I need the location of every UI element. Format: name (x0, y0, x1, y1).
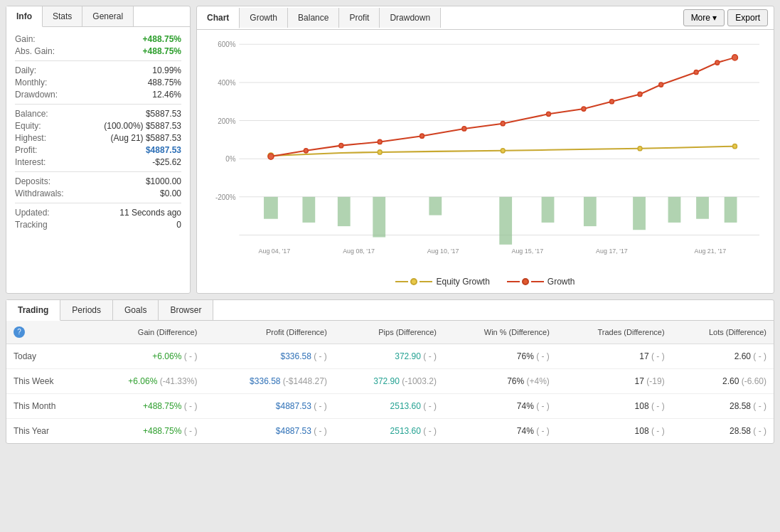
svg-rect-19 (338, 197, 351, 226)
svg-rect-25 (633, 197, 646, 230)
tab-profit[interactable]: Profit (339, 8, 380, 28)
tab-info[interactable]: Info (6, 6, 43, 27)
highest-amount: $5887.53 (146, 133, 181, 143)
growth-legend: Growth (507, 277, 575, 287)
deposits-value: $1000.00 (146, 176, 181, 186)
svg-rect-28 (725, 197, 737, 223)
tab-growth[interactable]: Growth (240, 8, 288, 28)
svg-text:Aug 10, '17: Aug 10, '17 (427, 248, 459, 255)
equity-label: Equity: (15, 121, 41, 131)
monthly-row: Monthly: 488.75% (15, 78, 181, 87)
cell-gain: +6.06% ( - ) (86, 344, 204, 369)
svg-point-37 (378, 139, 382, 144)
svg-text:600%: 600% (218, 41, 235, 48)
daily-value: 10.99% (152, 65, 181, 75)
svg-text:Aug 08, '17: Aug 08, '17 (343, 248, 375, 255)
col-profit: Profit (Difference) (204, 321, 333, 344)
cell-period: This Month (6, 394, 86, 419)
chart-area: 600% 400% 200% 0% -200% Aug 04, '17 Aug … (197, 30, 774, 293)
cell-win: 74% ( - ) (444, 419, 557, 444)
info-icon[interactable]: ? (14, 326, 25, 338)
svg-text:Aug 15, '17: Aug 15, '17 (511, 248, 543, 255)
tab-goals[interactable]: Goals (113, 300, 159, 320)
drawdown-row: Drawdown: 12.46% (15, 90, 181, 100)
monthly-value: 488.75% (148, 78, 181, 87)
table-row: This Week +6.06% (-41.33%) $336.58 (-$14… (6, 369, 774, 394)
tab-balance[interactable]: Balance (288, 8, 339, 28)
balance-row: Balance: $5887.53 (15, 109, 181, 119)
tab-trading[interactable]: Trading (6, 300, 60, 321)
svg-point-35 (304, 149, 308, 153)
cell-gain: +6.06% (-41.33%) (86, 369, 204, 394)
tracking-row: Tracking 0 (15, 220, 181, 230)
growth-label: Growth (547, 277, 575, 287)
highest-row: Highest: (Aug 21) $5887.53 (15, 133, 181, 143)
svg-point-48 (732, 55, 738, 60)
balance-label: Balance: (15, 109, 48, 119)
chart-actions: More Export (678, 6, 774, 29)
cell-period: This Week (6, 369, 86, 394)
profit-row: Profit: $4887.53 (15, 145, 181, 155)
equity-row: Equity: (100.00%) $5887.53 (15, 121, 181, 131)
tab-general[interactable]: General (82, 6, 134, 26)
drawdown-value: 12.46% (152, 90, 181, 100)
more-button[interactable]: More (683, 9, 725, 26)
svg-rect-21 (429, 197, 442, 216)
abs-gain-label: Abs. Gain: (15, 46, 55, 56)
cell-trades: 17 ( - ) (557, 344, 672, 369)
svg-point-40 (501, 122, 505, 126)
cell-pips: 2513.60 ( - ) (334, 419, 444, 444)
svg-point-46 (694, 70, 698, 74)
cell-profit: $336.58 (-$1448.27) (204, 369, 333, 394)
updated-row: Updated: 11 Seconds ago (15, 208, 181, 218)
svg-text:Aug 17, '17: Aug 17, '17 (596, 248, 628, 255)
tab-stats[interactable]: Stats (43, 6, 82, 26)
svg-point-42 (582, 107, 586, 111)
cell-pips: 372.90 (-1003.2) (334, 369, 444, 394)
svg-point-41 (547, 112, 551, 116)
svg-rect-17 (264, 197, 278, 219)
chart-tabs: Chart Growth Balance Profit Drawdown (197, 8, 678, 28)
highest-label: Highest: (15, 133, 46, 143)
equity-growth-legend: Equity Growth (395, 277, 489, 287)
svg-point-36 (339, 144, 343, 148)
col-gain: Gain (Difference) (86, 321, 204, 344)
daily-label: Daily: (15, 65, 36, 75)
svg-point-34 (268, 154, 274, 159)
col-lots: Lots (Difference) (672, 321, 774, 344)
equity-pct: (100.00%) (104, 121, 143, 131)
balance-value: $5887.53 (146, 109, 181, 119)
svg-point-30 (378, 150, 382, 154)
cell-win: 76% (+4%) (444, 369, 557, 394)
svg-text:Aug 21, '17: Aug 21, '17 (695, 248, 727, 255)
tab-drawdown[interactable]: Drawdown (380, 8, 441, 28)
svg-point-39 (462, 127, 466, 131)
svg-rect-22 (499, 197, 512, 245)
deposits-label: Deposits: (15, 176, 50, 186)
export-button[interactable]: Export (727, 9, 768, 26)
tab-chart[interactable]: Chart (197, 8, 240, 28)
cell-period: This Year (6, 419, 86, 444)
trading-table: ? Gain (Difference) Profit (Difference) … (6, 321, 774, 443)
withdrawals-label: Withdrawals: (15, 188, 64, 198)
profit-label: Profit: (15, 145, 37, 155)
updated-label: Updated: (15, 208, 50, 218)
tab-browser[interactable]: Browser (159, 300, 213, 320)
gain-label: Gain: (15, 34, 36, 44)
info-content: Gain: +488.75% Abs. Gain: +488.75% Daily… (6, 27, 190, 239)
updated-value: 11 Seconds ago (119, 208, 181, 218)
svg-rect-18 (302, 197, 315, 223)
equity-amount: $5887.53 (146, 121, 181, 131)
table-row: This Year +488.75% ( - ) $4887.53 ( - ) … (6, 419, 774, 444)
tracking-label: Tracking (15, 220, 48, 230)
svg-text:-200%: -200% (215, 193, 236, 201)
col-win: Win % (Difference) (444, 321, 557, 344)
tab-periods[interactable]: Periods (60, 300, 113, 320)
drawdown-label: Drawdown: (15, 90, 58, 100)
deposits-row: Deposits: $1000.00 (15, 176, 181, 186)
svg-point-38 (420, 134, 424, 138)
interest-value: -$25.62 (152, 157, 181, 167)
svg-point-47 (715, 60, 720, 65)
cell-trades: 108 ( - ) (557, 419, 672, 444)
info-tabs: Info Stats General (6, 6, 190, 27)
